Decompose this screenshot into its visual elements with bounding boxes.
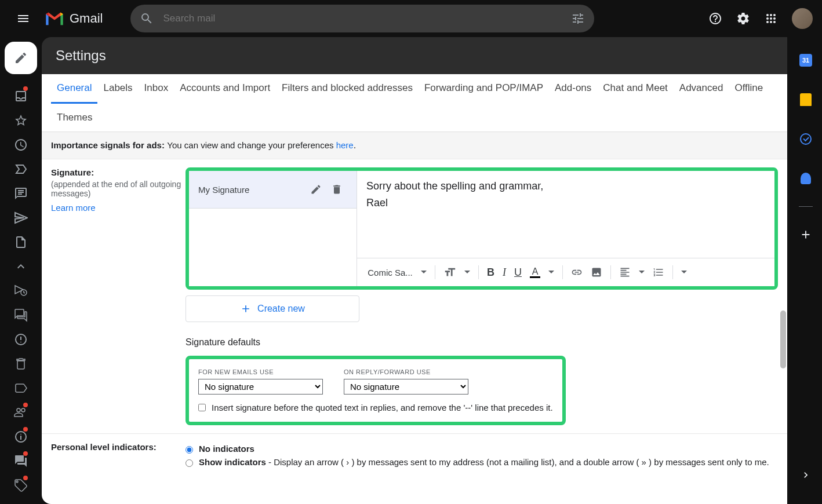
tab-themes[interactable]: Themes bbox=[51, 104, 98, 132]
tab-forwarding[interactable]: Forwarding and POP/IMAP bbox=[419, 74, 549, 104]
toolbar-image[interactable] bbox=[587, 262, 606, 283]
search-input[interactable] bbox=[163, 13, 562, 24]
right-divider bbox=[799, 206, 813, 207]
insert-before-text: Insert signature before the quoted text … bbox=[212, 403, 553, 412]
signature-textarea[interactable]: Sorry about the spelling and grammar, Ra… bbox=[357, 171, 774, 258]
sidebar-trash[interactable] bbox=[7, 352, 35, 375]
apps-button[interactable] bbox=[759, 7, 783, 30]
ads-label: Importance signals for ads: bbox=[51, 140, 165, 150]
toolbar-color-dropdown[interactable] bbox=[545, 262, 558, 283]
toolbar-underline[interactable]: U bbox=[511, 262, 525, 283]
hamburger-icon bbox=[16, 12, 30, 25]
signature-new-emails-col: FOR NEW EMAILS USE No signature bbox=[198, 368, 323, 395]
tab-general[interactable]: General bbox=[51, 74, 97, 104]
toolbar-font-dropdown[interactable] bbox=[417, 262, 430, 283]
draft-icon bbox=[14, 235, 28, 249]
search-container[interactable] bbox=[130, 5, 594, 32]
tab-filters[interactable]: Filters and blocked addresses bbox=[276, 74, 419, 104]
toolbar-font-select[interactable]: Comic Sa... bbox=[364, 262, 416, 283]
pli-show-desc: - Display an arrow ( › ) by messages sen… bbox=[266, 457, 769, 467]
tab-offline[interactable]: Offline bbox=[729, 74, 769, 104]
sidebar-forums[interactable] bbox=[7, 450, 35, 473]
pli-label-col: Personal level indicators: bbox=[51, 442, 186, 469]
new-emails-select[interactable]: No signature bbox=[198, 379, 323, 395]
sidebar-social[interactable] bbox=[7, 401, 35, 424]
pli-no-indicators-radio[interactable] bbox=[186, 446, 193, 454]
contacts-button[interactable] bbox=[794, 167, 817, 190]
caret-down-icon bbox=[464, 269, 470, 275]
sidebar-collapse[interactable] bbox=[7, 255, 35, 278]
sidebar-sent[interactable] bbox=[7, 206, 35, 229]
toolbar-size-dropdown[interactable] bbox=[461, 262, 474, 283]
settings-button[interactable] bbox=[732, 7, 755, 30]
sidebar-starred[interactable] bbox=[7, 109, 35, 132]
signature-edit-button[interactable] bbox=[305, 179, 326, 200]
scrollbar[interactable] bbox=[779, 74, 787, 504]
tasks-icon bbox=[800, 133, 812, 145]
toolbar-align[interactable] bbox=[616, 262, 634, 283]
tab-advanced[interactable]: Advanced bbox=[674, 74, 729, 104]
tab-chat[interactable]: Chat and Meet bbox=[597, 74, 674, 104]
keep-button[interactable] bbox=[794, 88, 817, 111]
calendar-button[interactable]: 31 bbox=[794, 49, 817, 72]
sidebar-updates[interactable] bbox=[7, 425, 35, 448]
new-emails-label: FOR NEW EMAILS USE bbox=[198, 368, 323, 375]
sidebar-drafts[interactable] bbox=[7, 231, 35, 254]
compose-button[interactable] bbox=[5, 42, 37, 74]
toolbar-list[interactable] bbox=[649, 262, 668, 283]
send-icon bbox=[14, 211, 28, 225]
toolbar-align-dropdown[interactable] bbox=[635, 262, 648, 283]
tab-labels[interactable]: Labels bbox=[97, 74, 138, 104]
tab-accounts[interactable]: Accounts and Import bbox=[174, 74, 276, 104]
pencil-icon bbox=[14, 51, 28, 65]
sidebar-snoozed[interactable] bbox=[7, 133, 35, 156]
list-icon bbox=[653, 266, 664, 278]
reply-forward-select[interactable]: No signature bbox=[344, 379, 468, 395]
toolbar-italic[interactable]: I bbox=[499, 262, 510, 283]
create-new-label: Create new bbox=[257, 304, 305, 314]
insert-before-checkbox[interactable] bbox=[198, 404, 206, 411]
sidebar-scheduled[interactable] bbox=[7, 279, 35, 302]
toolbar-more[interactable] bbox=[678, 262, 690, 283]
help-button[interactable] bbox=[704, 7, 727, 30]
signature-list-item[interactable]: My Signature bbox=[189, 171, 357, 209]
keep-icon bbox=[800, 93, 812, 106]
tab-inbox[interactable]: Inbox bbox=[139, 74, 174, 104]
ads-here-link[interactable]: here bbox=[336, 140, 354, 150]
sidebar-promotions[interactable] bbox=[7, 474, 35, 497]
main-menu-button[interactable] bbox=[9, 5, 37, 32]
gmail-logo[interactable]: Gmail bbox=[44, 11, 103, 26]
addon-plus-button[interactable] bbox=[794, 223, 817, 246]
settings-body: General Labels Inbox Accounts and Import… bbox=[42, 74, 787, 504]
search-options-button[interactable] bbox=[571, 12, 585, 25]
reply-forward-label: ON REPLY/FORWARD USE bbox=[344, 368, 468, 375]
pli-show-indicators-radio[interactable] bbox=[186, 459, 193, 467]
account-avatar[interactable] bbox=[792, 8, 813, 29]
info-icon bbox=[14, 430, 28, 444]
signature-learn-more[interactable]: Learn more bbox=[51, 203, 96, 213]
sidebar-inbox[interactable] bbox=[7, 85, 35, 108]
toolbar-bold[interactable]: B bbox=[483, 262, 498, 283]
ads-text: You can view and change your preferences bbox=[167, 140, 336, 150]
ads-section: Importance signals for ads: You can view… bbox=[42, 132, 787, 159]
create-new-signature-button[interactable]: Create new bbox=[186, 295, 359, 322]
sidebar-categories[interactable] bbox=[7, 377, 35, 400]
toolbar-link[interactable] bbox=[568, 262, 586, 283]
sidebar-important[interactable] bbox=[7, 158, 35, 181]
pli-no-indicators-row: No indicators bbox=[186, 442, 778, 455]
signature-delete-button[interactable] bbox=[326, 179, 347, 200]
tasks-button[interactable] bbox=[794, 127, 817, 151]
unread-dot bbox=[23, 476, 28, 480]
main-layout: Settings General Labels Inbox Accounts a… bbox=[0, 37, 822, 504]
toolbar-size[interactable] bbox=[440, 262, 460, 283]
sidebar-chats[interactable] bbox=[7, 182, 35, 205]
toolbar-color[interactable]: A bbox=[526, 262, 544, 283]
tab-addons[interactable]: Add-ons bbox=[549, 74, 597, 104]
sidebar-spam[interactable] bbox=[7, 328, 35, 351]
scrollbar-thumb[interactable] bbox=[780, 311, 786, 368]
image-icon bbox=[591, 266, 602, 278]
signature-defaults-row: FOR NEW EMAILS USE No signature ON REPLY… bbox=[198, 368, 553, 395]
pli-no-indicators-label: No indicators bbox=[199, 444, 254, 454]
hide-panel-button[interactable] bbox=[794, 463, 817, 487]
sidebar-allmail[interactable] bbox=[7, 304, 35, 327]
